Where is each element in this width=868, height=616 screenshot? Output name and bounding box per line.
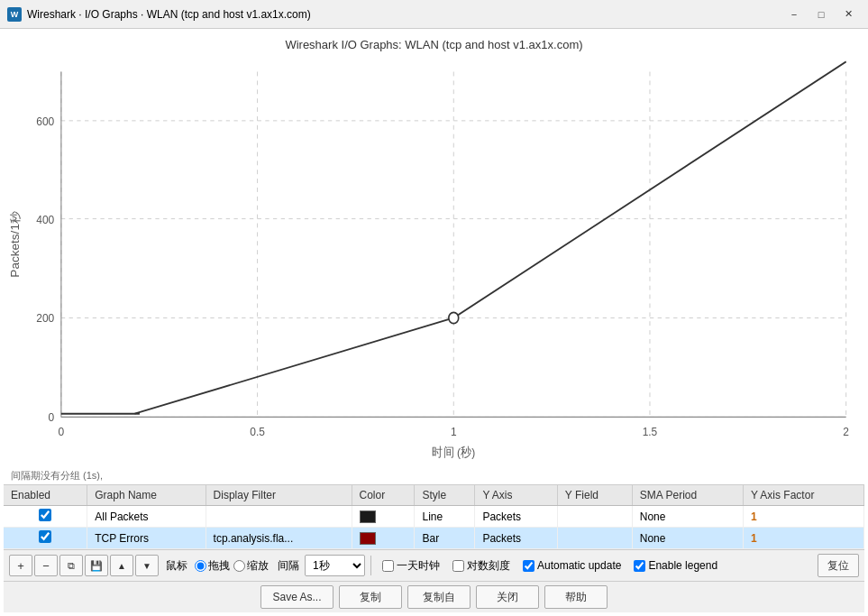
move-down-button[interactable]: ▼ bbox=[135, 555, 159, 576]
window-title: Wireshark · I/O Graphs · WLAN (tcp and h… bbox=[27, 8, 781, 21]
log-scale-label: 对数刻度 bbox=[467, 558, 510, 574]
close-dialog-button[interactable]: 关闭 bbox=[476, 585, 539, 609]
table-section: Enabled Graph Name Display Filter Color … bbox=[4, 484, 864, 549]
svg-text:1: 1 bbox=[451, 425, 457, 439]
svg-point-23 bbox=[449, 312, 459, 323]
col-sma-period: SMA Period bbox=[632, 485, 743, 506]
svg-text:200: 200 bbox=[36, 311, 54, 326]
table-body: All PacketsLinePacketsNone1TCP Errorstcp… bbox=[4, 506, 864, 549]
one-day-clock-label: 一天时钟 bbox=[397, 558, 440, 574]
bottom-toolbar: + − ⧉ 💾 ▲ ▼ 鼠标 拖拽 缩放 间隔 1秒 10ms 100ms bbox=[4, 549, 864, 581]
color-swatch bbox=[360, 510, 376, 523]
svg-text:600: 600 bbox=[36, 114, 54, 128]
rubber-band-label: 拖拽 bbox=[208, 558, 230, 574]
enabled-cell[interactable] bbox=[4, 506, 87, 528]
enabled-cell[interactable] bbox=[4, 528, 87, 549]
rubber-band-option[interactable]: 拖拽 bbox=[195, 558, 230, 574]
one-day-clock-group: 一天时钟 bbox=[382, 558, 440, 574]
zoom-radio[interactable] bbox=[233, 560, 245, 572]
one-day-clock-option[interactable]: 一天时钟 bbox=[382, 558, 440, 574]
y-field-cell bbox=[557, 506, 632, 528]
interval-label: 间隔期没有分组 (1s), bbox=[4, 467, 864, 484]
log-scale-option[interactable]: 对数刻度 bbox=[452, 558, 510, 574]
col-y-axis: Y Axis bbox=[475, 485, 557, 506]
auto-update-label: Automatic update bbox=[537, 559, 621, 572]
auto-update-group: Automatic update bbox=[523, 559, 621, 572]
chart-title: Wireshark I/O Graphs: WLAN (tcp and host… bbox=[4, 32, 864, 55]
col-y-field: Y Field bbox=[557, 485, 632, 506]
col-y-axis-factor: Y Axis Factor bbox=[743, 485, 863, 506]
enable-legend-option[interactable]: Enable legend bbox=[634, 559, 717, 572]
bottom-actions: Save As... 复制 复制自 关闭 帮助 bbox=[4, 581, 864, 612]
remove-graph-button[interactable]: − bbox=[34, 555, 58, 576]
svg-text:400: 400 bbox=[36, 212, 54, 226]
enabled-checkbox[interactable] bbox=[39, 530, 51, 543]
y-axis-factor-cell: 1 bbox=[743, 506, 863, 528]
auto-update-option[interactable]: Automatic update bbox=[523, 559, 621, 572]
style-cell: Bar bbox=[415, 528, 475, 549]
table-header-row: Enabled Graph Name Display Filter Color … bbox=[4, 485, 864, 506]
svg-text:时间 (秒): 时间 (秒) bbox=[432, 445, 475, 459]
app-icon: W bbox=[7, 7, 22, 22]
move-up-button[interactable]: ▲ bbox=[110, 555, 133, 576]
interval-select[interactable]: 1秒 10ms 100ms bbox=[305, 555, 365, 576]
zoom-label: 缩放 bbox=[247, 558, 269, 574]
auto-update-checkbox[interactable] bbox=[523, 560, 535, 572]
svg-text:2: 2 bbox=[843, 425, 849, 439]
y-axis-factor-cell: 1 bbox=[743, 528, 863, 549]
duplicate-graph-button[interactable]: ⧉ bbox=[59, 555, 83, 576]
svg-text:1.5: 1.5 bbox=[643, 425, 658, 439]
save-as-button[interactable]: Save As... bbox=[260, 585, 333, 609]
color-cell[interactable] bbox=[352, 528, 415, 549]
y-field-cell bbox=[557, 528, 632, 549]
sma-period-cell: None bbox=[632, 528, 743, 549]
maximize-button[interactable]: □ bbox=[809, 5, 834, 24]
color-cell[interactable] bbox=[352, 506, 415, 528]
display-filter-cell: tcp.analysis.fla... bbox=[206, 528, 352, 549]
reset-button[interactable]: 复位 bbox=[818, 554, 859, 577]
svg-text:0.5: 0.5 bbox=[250, 425, 265, 439]
close-window-button[interactable]: ✕ bbox=[836, 5, 861, 24]
copy-button[interactable]: 复制 bbox=[339, 585, 402, 609]
color-swatch bbox=[360, 532, 376, 545]
interval-text-label: 间隔 bbox=[278, 558, 299, 574]
table-row[interactable]: All PacketsLinePacketsNone1 bbox=[4, 506, 864, 528]
graph-name-cell: TCP Errors bbox=[87, 528, 206, 549]
col-style: Style bbox=[415, 485, 475, 506]
save-graph-button[interactable]: 💾 bbox=[85, 555, 108, 576]
io-graph-svg: 0 200 400 600 0 0.5 1 1.5 2 Packets/1秒 时… bbox=[7, 55, 861, 467]
svg-text:0: 0 bbox=[59, 425, 65, 439]
title-bar: W Wireshark · I/O Graphs · WLAN (tcp and… bbox=[0, 0, 868, 29]
col-display-filter: Display Filter bbox=[206, 485, 352, 506]
log-scale-checkbox[interactable] bbox=[452, 560, 464, 572]
one-day-clock-checkbox[interactable] bbox=[382, 560, 394, 572]
minimize-button[interactable]: − bbox=[781, 5, 807, 24]
graph-name-cell: All Packets bbox=[87, 506, 206, 528]
sma-period-cell: None bbox=[632, 506, 743, 528]
enable-legend-label: Enable legend bbox=[648, 559, 717, 572]
separator-1 bbox=[370, 556, 371, 575]
enabled-checkbox[interactable] bbox=[39, 509, 51, 521]
zoom-option[interactable]: 缩放 bbox=[233, 558, 269, 574]
col-enabled: Enabled bbox=[4, 485, 87, 506]
enable-legend-group: Enable legend bbox=[634, 559, 717, 572]
svg-text:Packets/1秒: Packets/1秒 bbox=[9, 211, 22, 277]
display-filter-cell bbox=[206, 506, 352, 528]
window-controls: − □ ✕ bbox=[781, 5, 861, 24]
log-scale-group: 对数刻度 bbox=[452, 558, 510, 574]
graph-table: Enabled Graph Name Display Filter Color … bbox=[4, 485, 864, 549]
svg-text:0: 0 bbox=[49, 410, 55, 425]
chart-container[interactable]: 0 200 400 600 0 0.5 1 1.5 2 Packets/1秒 时… bbox=[7, 55, 861, 467]
table-row[interactable]: TCP Errorstcp.analysis.fla...BarPacketsN… bbox=[4, 528, 864, 549]
enable-legend-checkbox[interactable] bbox=[634, 560, 645, 572]
col-graph-name: Graph Name bbox=[87, 485, 206, 506]
rubber-band-radio[interactable] bbox=[195, 560, 206, 572]
interaction-mode-group: 拖拽 缩放 bbox=[195, 558, 269, 574]
help-button[interactable]: 帮助 bbox=[544, 585, 608, 609]
copy-self-button[interactable]: 复制自 bbox=[407, 585, 471, 609]
y-axis-cell: Packets bbox=[475, 506, 557, 528]
svg-rect-0 bbox=[7, 55, 861, 467]
main-content: Wireshark I/O Graphs: WLAN (tcp and host… bbox=[0, 29, 868, 616]
style-cell: Line bbox=[415, 506, 475, 528]
add-graph-button[interactable]: + bbox=[9, 555, 32, 576]
